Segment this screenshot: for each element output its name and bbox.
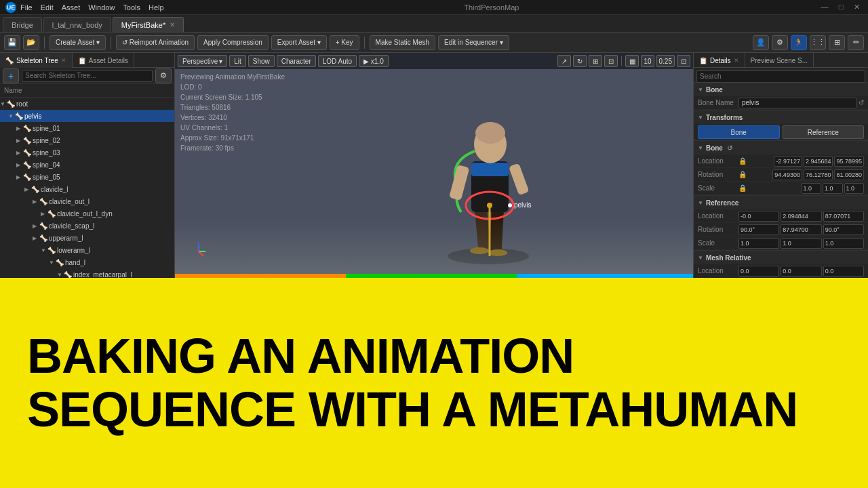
ref-rotation-y[interactable]: 87.94700 [781, 224, 821, 235]
skeleton-add-btn[interactable]: + [3, 68, 19, 83]
ref-location-x[interactable]: -0.0 [738, 211, 779, 222]
bone-location-x[interactable]: -2.97127 [774, 156, 802, 167]
menu-asset[interactable]: Asset [62, 3, 81, 12]
transforms-section-header[interactable]: ▼ Transforms [694, 110, 868, 124]
reimport-animation-btn[interactable]: ↺ Reimport Animation [116, 35, 195, 50]
tree-item-index_metacarpal_l[interactable]: ▼🦴index_metacarpal_l [0, 268, 174, 278]
vp-grid-size[interactable]: 10 [641, 55, 654, 67]
bone-rotation-x[interactable]: 94.49300 [772, 169, 802, 180]
bone-location-lock[interactable]: 🔒 [738, 157, 747, 165]
skeleton-search-input[interactable] [22, 70, 153, 82]
tree-item-clavicle_out_l_dyn[interactable]: ▶🦴clavicle_out_l_dyn [0, 207, 174, 220]
apply-compression-btn[interactable]: Apply Compression [197, 35, 269, 50]
vp-transform-3[interactable]: ⊞ [589, 55, 602, 67]
reference-section-header[interactable]: ▼ Reference [694, 196, 868, 209]
play-btn[interactable]: ▶ x1.0 [359, 55, 389, 67]
skeleton-tree[interactable]: ▼🦴root▼🦴pelvis▶🦴spine_01▶🦴spine_02▶🦴spin… [0, 98, 174, 278]
tree-item-clavicle_l[interactable]: ▶🦴clavicle_l [0, 183, 174, 195]
tree-item-root[interactable]: ▼🦴root [0, 98, 174, 110]
edit-in-sequencer-btn[interactable]: Edit in Sequencer ▾ [438, 35, 509, 50]
bone-mode-btn[interactable]: Bone [698, 125, 780, 139]
ref-scale-z[interactable]: 1.0 [823, 238, 864, 249]
show-btn[interactable]: Show [248, 55, 275, 67]
key-btn[interactable]: + Key [330, 35, 359, 50]
details-tab-main[interactable]: 📋 Details ✕ [694, 53, 745, 68]
details-tab-main-close[interactable]: ✕ [734, 57, 739, 64]
skeleton-tree-tab-close[interactable]: ✕ [61, 57, 66, 64]
menu-help[interactable]: Help [149, 3, 164, 12]
create-asset-btn[interactable]: Create Asset ▾ [50, 35, 106, 50]
tree-item-clavicle_scap_l[interactable]: ▶🦴clavicle_scap_l [0, 220, 174, 232]
ref-rotation-x[interactable]: 90.0° [738, 224, 779, 235]
ref-rotation-z[interactable]: 90.0° [823, 224, 864, 235]
tree-item-pelvis[interactable]: ▼🦴pelvis [0, 110, 174, 122]
minimize-btn[interactable]: — [819, 3, 830, 12]
vp-transform-1[interactable]: ↗ [557, 55, 571, 67]
close-btn[interactable]: ✕ [852, 3, 863, 12]
vp-grid-icon[interactable]: ▦ [625, 55, 639, 67]
anim-icon-4[interactable]: ⋮⋮ [810, 35, 826, 50]
bone-scale-z[interactable]: 1.0 [844, 183, 865, 194]
tree-item-spine_02[interactable]: ▶🦴spine_02 [0, 134, 174, 146]
save-btn[interactable]: 💾 [4, 35, 20, 50]
bone-scale-lock[interactable]: 🔒 [738, 184, 747, 192]
menu-window[interactable]: Window [88, 3, 115, 12]
tree-item-lowerarm_l[interactable]: ▼🦴lowerarm_l [0, 244, 174, 256]
details-search-input[interactable] [696, 70, 865, 83]
lit-btn[interactable]: Lit [229, 55, 246, 67]
ref-location-z[interactable]: 87.07071 [823, 211, 864, 222]
bone-name-reset[interactable]: ↺ [859, 99, 864, 106]
ref-scale-y[interactable]: 1.0 [781, 238, 821, 249]
tree-item-spine_05[interactable]: ▶🦴spine_05 [0, 171, 174, 183]
vp-transform-2[interactable]: ↻ [573, 55, 587, 67]
mesh-relative-header[interactable]: ▼ Mesh Relative [694, 251, 868, 264]
bone-sub-header[interactable]: ▼ Bone ↺ [694, 141, 868, 155]
skeleton-settings-btn[interactable]: ⚙ [155, 68, 172, 83]
bone-scale-x[interactable]: 1.0 [802, 183, 822, 194]
export-asset-btn[interactable]: Export Asset ▾ [271, 35, 327, 50]
mesh-location-z[interactable]: 0.0 [823, 266, 864, 277]
anim-icon-5[interactable]: ⊞ [829, 35, 845, 50]
tree-item-hand_l[interactable]: ▼🦴hand_l [0, 256, 174, 268]
bone-scale-y[interactable]: 1.0 [823, 183, 843, 194]
asset-details-tab[interactable]: 📋 Asset Details [73, 53, 134, 68]
bone-sub-reset[interactable]: ↺ [727, 144, 732, 152]
viewport[interactable]: Perspective ▾ Lit Show Character LOD Aut… [175, 53, 693, 278]
vp-transform-4[interactable]: ⊡ [604, 55, 618, 67]
tree-item-spine_04[interactable]: ▶🦴spine_04 [0, 159, 174, 171]
bone-location-z[interactable]: 95.78995 [834, 156, 864, 167]
bone-rotation-y[interactable]: 76.12780 [804, 169, 833, 180]
bone-rotation-lock[interactable]: 🔒 [738, 171, 747, 178]
lod-btn[interactable]: LOD Auto [318, 55, 357, 67]
vp-zoom[interactable]: 0.25 [656, 55, 675, 67]
perspective-btn[interactable]: Perspective ▾ [178, 55, 227, 67]
import-btn[interactable]: 📂 [23, 35, 39, 50]
mesh-location-y[interactable]: 0.0 [781, 266, 821, 277]
tab-bridge[interactable]: Bridge [3, 17, 42, 32]
tree-item-spine_03[interactable]: ▶🦴spine_03 [0, 146, 174, 159]
maximize-btn[interactable]: □ [835, 3, 846, 12]
tree-item-upperarm_l[interactable]: ▶🦴upperarm_l [0, 232, 174, 244]
anim-icon-6[interactable]: ✏ [848, 35, 864, 50]
skeleton-tree-tab[interactable]: 🦴 Skeleton Tree ✕ [0, 53, 73, 68]
make-static-mesh-btn[interactable]: Make Static Mesh [370, 35, 435, 50]
bone-rotation-z[interactable]: 61.00280 [834, 169, 864, 180]
details-tab-preview[interactable]: Preview Scene S... [745, 53, 814, 68]
menu-file[interactable]: File [20, 3, 33, 12]
bone-section-header[interactable]: ▼ Bone [694, 83, 868, 96]
vp-extra[interactable]: ⊡ [677, 55, 690, 67]
ref-location-y[interactable]: 2.094844 [781, 211, 821, 222]
ref-scale-x[interactable]: 1.0 [738, 238, 779, 249]
mesh-location-x[interactable]: 0.0 [738, 266, 779, 277]
tree-item-clavicle_out_l[interactable]: ▶🦴clavicle_out_l [0, 195, 174, 207]
tree-item-spine_01[interactable]: ▶🦴spine_01 [0, 122, 174, 134]
reference-mode-btn[interactable]: Reference [783, 125, 865, 139]
tab-ltal[interactable]: l_tal_nrw_body [43, 17, 111, 32]
anim-icon-2[interactable]: ⚙ [772, 35, 788, 50]
character-btn[interactable]: Character [277, 55, 316, 67]
menu-edit[interactable]: Edit [41, 3, 54, 12]
tab-myfirstbake[interactable]: MyFirstBake* ✕ [113, 17, 184, 32]
bone-location-y[interactable]: 2.945684 [804, 156, 833, 167]
anim-icon-3[interactable]: 🏃 [791, 35, 807, 50]
tab-myfirstbake-close[interactable]: ✕ [170, 21, 175, 28]
